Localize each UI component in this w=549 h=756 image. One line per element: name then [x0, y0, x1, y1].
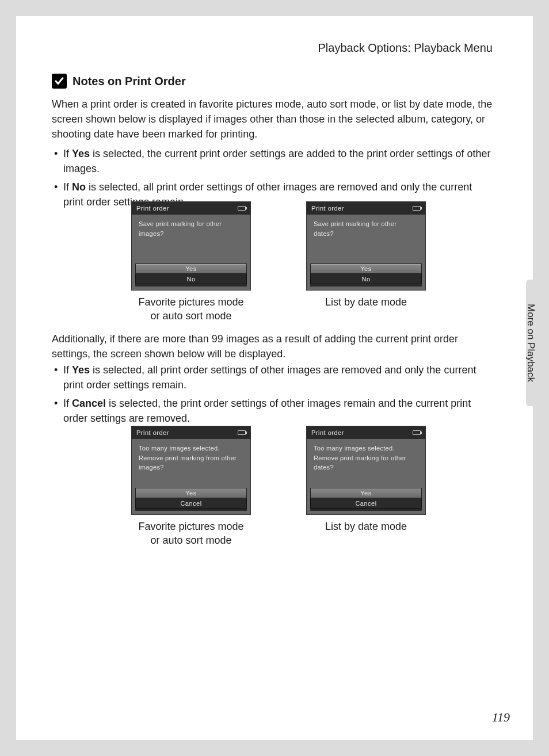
list-item: If Yes is selected, the current print or…	[52, 146, 493, 176]
section-title-text: Notes on Print Order	[73, 75, 186, 88]
caption-line: List by date mode	[306, 520, 426, 533]
battery-icon	[238, 430, 246, 435]
screen-title: Print order	[311, 205, 344, 212]
camera-screen: Print order Too many images selected. Re…	[306, 426, 426, 515]
screen-bottom-bar	[135, 284, 247, 287]
check-icon	[52, 74, 67, 89]
screen-title: Print order	[136, 429, 169, 436]
battery-icon	[413, 206, 421, 211]
bullet-list-2: If Yes is selected, all print order sett…	[52, 362, 493, 429]
screenshot-wrap: Print order Save print marking for other…	[306, 201, 426, 323]
screen-titlebar: Print order	[307, 202, 425, 215]
bullet-text: If	[63, 148, 72, 159]
list-item: If Cancel is selected, the print order s…	[52, 396, 493, 426]
screen-title: Print order	[311, 429, 344, 436]
screen-options: Yes No	[310, 264, 422, 287]
caption-line: or auto sort mode	[131, 533, 251, 547]
screen-options: Yes Cancel	[310, 488, 422, 511]
list-item: If Yes is selected, all print order sett…	[52, 362, 493, 392]
screen-caption: Favorite pictures mode or auto sort mode	[131, 295, 251, 323]
screenshot-row-2: Print order Too many images selected. Re…	[131, 426, 426, 548]
bullet-text: If	[63, 364, 72, 376]
bullet-text: If	[63, 181, 72, 193]
bullet-text: is selected, the current print order set…	[63, 148, 490, 174]
camera-screen: Print order Save print marking for other…	[131, 201, 251, 291]
bullet-bold: No	[72, 181, 86, 193]
screenshot-wrap: Print order Too many images selected. Re…	[131, 426, 251, 548]
option-cancel[interactable]: Cancel	[310, 498, 422, 509]
bullet-bold: Cancel	[72, 398, 106, 409]
section-heading: Notes on Print Order	[52, 74, 186, 89]
camera-screen: Print order Save print marking for other…	[306, 201, 426, 291]
screen-caption: List by date mode	[306, 520, 426, 533]
option-cancel[interactable]: Cancel	[135, 498, 247, 509]
option-no[interactable]: No	[310, 274, 422, 284]
screen-caption: List by date mode	[306, 295, 426, 309]
side-section-label: More on Playback	[525, 304, 536, 382]
screen-caption: Favorite pictures mode or auto sort mode	[131, 520, 251, 548]
screen-title: Print order	[136, 205, 169, 212]
screen-prompt: Too many images selected. Remove print m…	[132, 439, 250, 477]
option-no[interactable]: No	[135, 274, 247, 284]
screen-prompt: Save print marking for other dates?	[307, 215, 425, 243]
option-yes[interactable]: Yes	[135, 264, 247, 274]
option-yes[interactable]: Yes	[310, 264, 422, 274]
caption-line: List by date mode	[306, 295, 426, 309]
battery-icon	[238, 206, 246, 211]
screenshot-row-1: Print order Save print marking for other…	[131, 201, 426, 323]
screen-titlebar: Print order	[307, 426, 425, 439]
option-yes[interactable]: Yes	[135, 488, 247, 498]
paragraph-additional: Additionally, if there are more than 99 …	[52, 331, 493, 361]
screenshot-wrap: Print order Save print marking for other…	[131, 201, 251, 323]
screen-prompt: Too many images selected. Remove print m…	[307, 439, 425, 477]
caption-line: or auto sort mode	[131, 309, 251, 323]
page: Playback Options: Playback Menu Notes on…	[16, 16, 533, 740]
screen-bottom-bar	[310, 284, 422, 287]
screen-options: Yes No	[135, 264, 247, 287]
screenshot-wrap: Print order Too many images selected. Re…	[306, 426, 426, 548]
caption-line: Favorite pictures mode	[131, 520, 251, 533]
option-yes[interactable]: Yes	[310, 488, 422, 498]
bullet-text: is selected, all print order settings of…	[63, 364, 476, 391]
bullet-bold: Yes	[72, 364, 90, 376]
bullet-text: is selected, the print order settings of…	[63, 398, 471, 424]
screen-bottom-bar	[135, 509, 247, 511]
screen-prompt: Save print marking for other images?	[132, 215, 250, 243]
camera-screen: Print order Too many images selected. Re…	[131, 426, 251, 515]
bullet-bold: Yes	[72, 148, 90, 159]
screen-titlebar: Print order	[132, 426, 250, 439]
screen-bottom-bar	[310, 509, 422, 511]
paragraph-intro: When a print order is created in favorit…	[52, 97, 493, 142]
page-number: 119	[492, 710, 510, 725]
battery-icon	[413, 430, 421, 435]
screen-options: Yes Cancel	[135, 488, 247, 511]
breadcrumb-header: Playback Options: Playback Menu	[318, 41, 493, 55]
bullet-text: If	[63, 398, 72, 409]
caption-line: Favorite pictures mode	[131, 295, 251, 309]
screen-titlebar: Print order	[132, 202, 250, 215]
